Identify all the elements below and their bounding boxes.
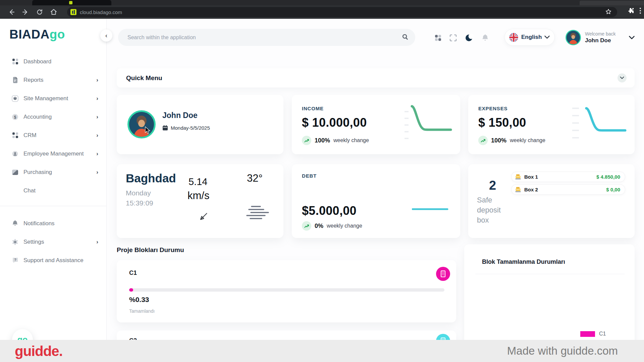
expenses-change: 100% weekly change [478,136,545,145]
profile-card: John Doe Monday-5/5/2025 [117,95,283,154]
sidebar-item-crm[interactable]: CRM › [0,126,106,144]
browser-tabstrip-right [580,1,644,5]
debt-change: 0% weekly change [302,221,362,231]
sidebar-item-dashboard[interactable]: Dashboard [0,52,106,71]
safe-box-name: Box 2 [524,187,606,192]
welcome-text: Welcome back [585,31,629,37]
sidebar-item-site-management[interactable]: Site Management › [0,89,106,108]
sidebar-item-label: Support and Assistance [23,257,98,264]
completion-panel-title: Blok Tamamlanma Durumları [482,258,565,265]
sidebar-item-accounting[interactable]: $ Accounting › [0,108,106,126]
address-bar[interactable]: cloud.biadago.com [67,7,617,17]
sidebar-item-label: Site Management [23,95,96,102]
browser-forward-button[interactable] [19,7,32,17]
search-icon[interactable] [402,34,409,42]
sidebar-item-label: Reports [23,77,96,83]
safe-box-name: Box 1 [524,174,596,180]
weather-city: Baghdad [126,172,176,185]
arrow-right-icon [23,10,27,14]
income-change: 100% weekly change [302,136,369,145]
apps-grid-icon[interactable] [435,35,441,41]
avatar[interactable] [127,110,156,138]
user-menu[interactable]: Welcome back John Doe [566,29,635,46]
expenses-amount: $ 150,00 [478,116,526,130]
calendar-icon [162,125,168,131]
safe-box-amount: $ 0,00 [606,187,620,192]
trend-up-icon [302,136,311,145]
language-selector[interactable]: English [504,29,555,46]
notifications-bell-icon[interactable] [482,34,489,42]
sidebar-item-label: Purchasing [23,169,96,176]
sidebar-item-notifications[interactable]: Notifications [0,214,106,233]
block-percent: %0.33 [129,296,149,304]
sidebar-item-settings[interactable]: Settings › [0,233,106,251]
bookmark-star-icon[interactable] [605,8,612,16]
logo-accent: go [50,27,65,41]
browser-home-button[interactable] [47,7,60,17]
chevron-down-icon [620,76,624,79]
sidebar-item-label: Employee Management [23,150,96,157]
weather-wind-unit: km/s [187,190,209,202]
user-name: John Doe [585,37,629,44]
svg-text:?: ? [14,258,16,262]
sidebar-item-chat[interactable]: Chat [0,181,106,200]
legend-label: C1 [599,331,606,337]
debt-sparkline [412,207,449,211]
logo-primary: BIADA [9,27,50,41]
svg-text:$: $ [14,115,16,119]
sidebar-item-employee-management[interactable]: Employee Management › [0,144,106,163]
browser-toolbar: cloud.biadago.com [0,5,644,19]
sidebar-item-support[interactable]: ? Support and Assistance [0,251,106,269]
fullscreen-icon[interactable] [449,34,457,42]
profile-date: Monday-5/5/2025 [162,125,210,131]
home-icon [50,8,57,16]
browser-reload-button[interactable] [33,7,46,17]
chevron-down-icon [544,36,550,39]
income-change-pct: 100% [315,137,330,144]
browser-menu-kebab-icon[interactable] [639,7,641,16]
weather-time: 15:39:09 [126,199,153,207]
safe-box-row[interactable]: Box 2 $ 0,00 [511,184,625,195]
browser-back-button[interactable] [5,7,18,17]
safe-deposit-count: 2 [489,178,496,193]
chevron-right-icon: › [96,150,98,157]
sidebar-item-purchasing[interactable]: Purchasing › [0,163,106,181]
no-icon [11,187,19,194]
dark-mode-moon-icon[interactable] [465,34,474,42]
weather-card: Baghdad Monday 15:39:09 5.14 km/s 32° [117,164,283,238]
arrow-left-icon [10,10,14,14]
block-building-button[interactable] [436,267,450,281]
sidebar-divider [0,206,106,206]
sidebar-item-label: Settings [23,239,96,245]
app-logo: BIADAgo [9,27,106,42]
chevron-right-icon: › [96,114,98,120]
browser-tab-strip [0,0,644,5]
url-text: cloud.biadago.com [80,9,122,15]
expenses-card: EXPENSES $ 150,00 100% weekly change [468,95,635,154]
tab-favicon [69,1,72,4]
search-bar[interactable] [118,29,415,46]
trend-up-icon [478,136,488,145]
extensions-puzzle-icon[interactable] [627,7,635,16]
uk-flag-icon [509,33,518,42]
quick-menu-bar: Quick Menu [117,68,635,87]
quick-menu-expand-button[interactable] [618,73,627,82]
safe-box-row[interactable]: Box 1 $ 4.850,00 [511,172,625,182]
project-block-card: C1 %0.33 Tamamlandı [117,260,456,322]
sidebar-collapse-button[interactable]: ‹ [100,29,112,42]
weather-temperature: 32° [247,172,263,184]
sidebar-item-reports[interactable]: Reports › [0,71,106,89]
bell-icon [11,220,19,227]
search-input[interactable] [127,35,402,41]
debt-change-label: weekly change [327,223,362,229]
chevron-right-icon: › [96,77,98,83]
made-with-text: Made with guidde.com [507,345,618,357]
block-name: C1 [129,269,137,277]
haze-icon [244,205,270,222]
sidebar-item-label: Accounting [23,114,96,120]
quick-menu-title: Quick Menu [126,74,618,82]
reload-icon [36,9,43,15]
safe-deposit-label: Safe deposit box [477,195,514,225]
debt-card: DEBT $5.000,00 0% weekly change [292,164,460,238]
guidde-logo: guidde. [15,343,62,359]
